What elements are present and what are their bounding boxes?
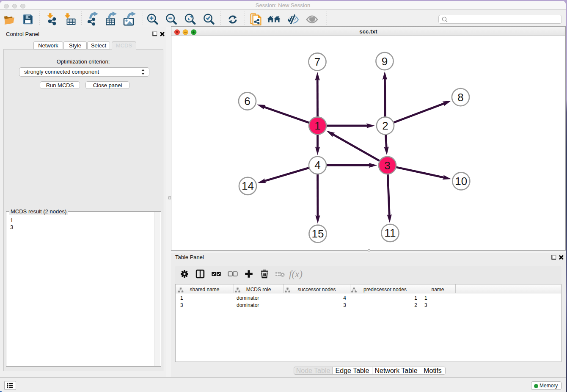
svg-text:8: 8 bbox=[457, 91, 463, 104]
svg-text:14: 14 bbox=[242, 179, 254, 192]
svg-text:3: 3 bbox=[384, 159, 390, 172]
svg-text:f(x): f(x) bbox=[289, 269, 303, 279]
svg-text:15: 15 bbox=[312, 227, 324, 240]
svg-text:7: 7 bbox=[314, 55, 320, 68]
svg-text:9: 9 bbox=[382, 55, 388, 68]
svg-text:1: 1 bbox=[314, 119, 320, 132]
svg-text:2: 2 bbox=[382, 119, 388, 132]
svg-text:10: 10 bbox=[455, 175, 467, 188]
svg-text:11: 11 bbox=[385, 226, 396, 239]
svg-text:6: 6 bbox=[244, 95, 250, 108]
svg-text:4: 4 bbox=[314, 159, 320, 171]
